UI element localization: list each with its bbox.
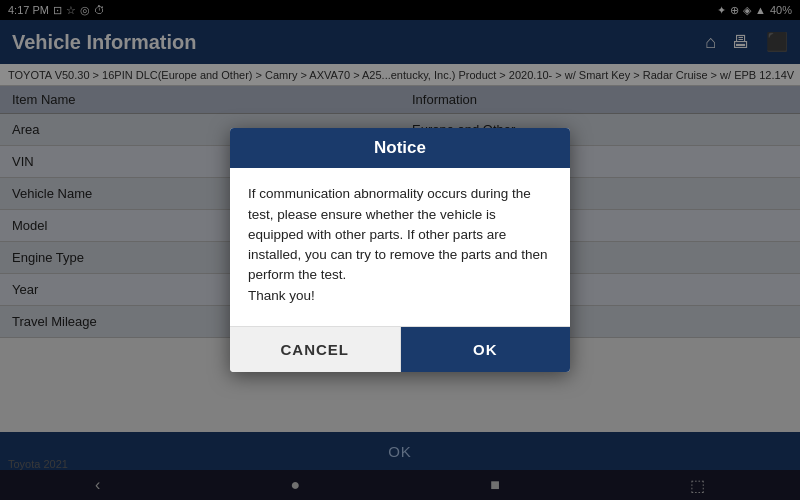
dialog-title: Notice	[374, 138, 426, 157]
dialog-title-bar: Notice	[230, 128, 570, 168]
notice-dialog: Notice If communication abnormality occu…	[230, 128, 570, 372]
dialog-body: If communication abnormality occurs duri…	[230, 168, 570, 318]
dialog-message: If communication abnormality occurs duri…	[248, 186, 547, 302]
ok-button[interactable]: OK	[401, 327, 571, 372]
modal-overlay: Notice If communication abnormality occu…	[0, 0, 800, 500]
dialog-buttons: CANCEL OK	[230, 326, 570, 372]
cancel-button[interactable]: CANCEL	[230, 327, 401, 372]
